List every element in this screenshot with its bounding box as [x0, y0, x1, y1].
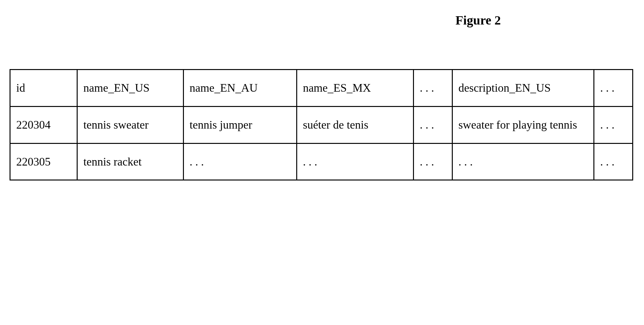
data-cell: . . . [183, 143, 297, 180]
data-cell: . . . [594, 143, 633, 180]
header-cell: name_EN_US [77, 70, 183, 107]
header-cell: . . . [414, 70, 452, 107]
data-cell: 220305 [10, 143, 77, 180]
data-cell: . . . [594, 106, 633, 143]
table-row: 220305 tennis racket . . . . . . . . . .… [10, 143, 633, 180]
data-table: id name_EN_US name_EN_AU name_ES_MX . . … [10, 69, 633, 180]
data-cell: . . . [452, 143, 594, 180]
figure-title: Figure 2 [10, 13, 501, 28]
header-cell: name_EN_AU [183, 70, 297, 107]
data-cell: suéter de tenis [297, 106, 413, 143]
table-row: 220304 tennis sweater tennis jumper suét… [10, 106, 633, 143]
data-cell: tennis sweater [77, 106, 183, 143]
data-cell: tennis racket [77, 143, 183, 180]
header-cell: name_ES_MX [297, 70, 413, 107]
header-cell: . . . [594, 70, 633, 107]
data-cell: . . . [297, 143, 413, 180]
data-cell: . . . [414, 106, 452, 143]
data-cell: 220304 [10, 106, 77, 143]
header-cell: id [10, 70, 77, 107]
data-cell: . . . [414, 143, 452, 180]
data-cell: tennis jumper [183, 106, 297, 143]
table-header-row: id name_EN_US name_EN_AU name_ES_MX . . … [10, 70, 633, 107]
header-cell: description_EN_US [452, 70, 594, 107]
data-cell: sweater for playing tennis [452, 106, 594, 143]
